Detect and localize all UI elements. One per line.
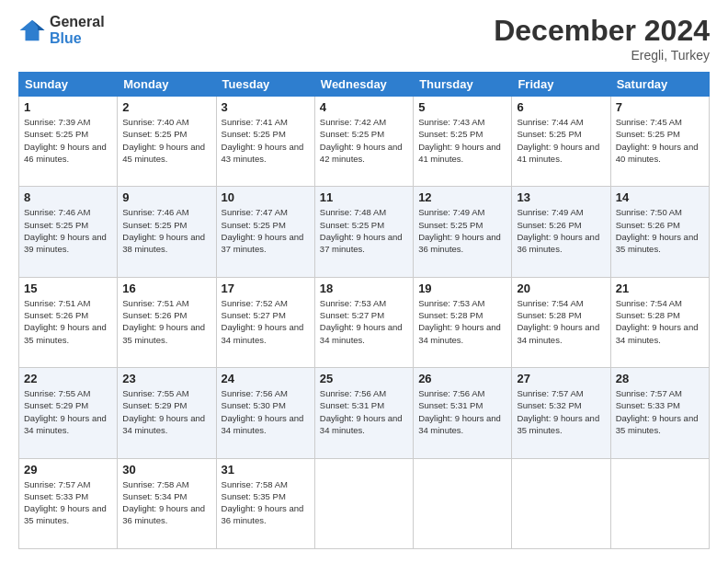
day-info: Sunrise: 7:53 AM Sunset: 5:28 PM Dayligh…: [418, 297, 506, 346]
table-row: 10 Sunrise: 7:47 AM Sunset: 5:25 PM Dayl…: [216, 187, 314, 277]
day-number: 22: [24, 372, 112, 385]
day-info: Sunrise: 7:49 AM Sunset: 5:26 PM Dayligh…: [517, 206, 605, 255]
table-row: 25 Sunrise: 7:56 AM Sunset: 5:31 PM Dayl…: [314, 368, 413, 458]
day-number: 20: [517, 282, 605, 295]
table-row: 11 Sunrise: 7:48 AM Sunset: 5:25 PM Dayl…: [314, 187, 413, 277]
table-row: 22 Sunrise: 7:55 AM Sunset: 5:29 PM Dayl…: [19, 368, 118, 458]
table-row: 4 Sunrise: 7:42 AM Sunset: 5:25 PM Dayli…: [314, 97, 413, 187]
table-row: 17 Sunrise: 7:52 AM Sunset: 5:27 PM Dayl…: [216, 277, 314, 367]
day-info: Sunrise: 7:51 AM Sunset: 5:26 PM Dayligh…: [122, 297, 210, 346]
table-row: 9 Sunrise: 7:46 AM Sunset: 5:25 PM Dayli…: [118, 187, 216, 277]
day-number: 25: [320, 372, 408, 385]
table-row: 2 Sunrise: 7:40 AM Sunset: 5:25 PM Dayli…: [118, 97, 216, 187]
table-row: 18 Sunrise: 7:53 AM Sunset: 5:27 PM Dayl…: [314, 277, 413, 367]
day-info: Sunrise: 7:56 AM Sunset: 5:31 PM Dayligh…: [418, 387, 506, 436]
col-saturday: Saturday: [610, 73, 709, 97]
day-info: Sunrise: 7:39 AM Sunset: 5:25 PM Dayligh…: [24, 116, 112, 165]
table-row: 13 Sunrise: 7:49 AM Sunset: 5:26 PM Dayl…: [512, 187, 610, 277]
col-wednesday: Wednesday: [314, 73, 413, 97]
table-row: 15 Sunrise: 7:51 AM Sunset: 5:26 PM Dayl…: [19, 277, 118, 367]
table-row: 31 Sunrise: 7:58 AM Sunset: 5:35 PM Dayl…: [216, 458, 314, 548]
table-row: 1 Sunrise: 7:39 AM Sunset: 5:25 PM Dayli…: [19, 97, 118, 187]
day-number: 6: [517, 100, 605, 114]
day-info: Sunrise: 7:57 AM Sunset: 5:32 PM Dayligh…: [517, 387, 605, 436]
day-info: Sunrise: 7:56 AM Sunset: 5:30 PM Dayligh…: [222, 387, 310, 436]
header-row: Sunday Monday Tuesday Wednesday Thursday…: [19, 73, 710, 97]
table-row: 26 Sunrise: 7:56 AM Sunset: 5:31 PM Dayl…: [414, 368, 512, 458]
day-number: 31: [222, 463, 310, 477]
table-row: 6 Sunrise: 7:44 AM Sunset: 5:25 PM Dayli…: [512, 97, 610, 187]
table-row: 8 Sunrise: 7:46 AM Sunset: 5:25 PM Dayli…: [19, 187, 118, 277]
day-number: 10: [222, 190, 310, 204]
day-number: 8: [24, 190, 112, 204]
table-row: [414, 458, 512, 548]
day-info: Sunrise: 7:46 AM Sunset: 5:25 PM Dayligh…: [122, 206, 210, 255]
week-row-1: 1 Sunrise: 7:39 AM Sunset: 5:25 PM Dayli…: [19, 97, 710, 187]
day-number: 4: [320, 100, 408, 114]
day-number: 21: [616, 282, 704, 295]
table-row: 12 Sunrise: 7:49 AM Sunset: 5:25 PM Dayl…: [414, 187, 512, 277]
table-row: 27 Sunrise: 7:57 AM Sunset: 5:32 PM Dayl…: [512, 368, 610, 458]
table-row: 20 Sunrise: 7:54 AM Sunset: 5:28 PM Dayl…: [512, 277, 610, 367]
day-number: 11: [320, 190, 408, 204]
day-number: 28: [616, 372, 704, 385]
day-number: 7: [616, 100, 704, 114]
day-number: 14: [616, 190, 704, 204]
day-number: 30: [122, 463, 210, 477]
day-info: Sunrise: 7:57 AM Sunset: 5:33 PM Dayligh…: [24, 478, 112, 527]
day-number: 5: [418, 100, 506, 114]
day-number: 24: [222, 372, 310, 385]
day-info: Sunrise: 7:53 AM Sunset: 5:27 PM Dayligh…: [320, 297, 408, 346]
table-row: 24 Sunrise: 7:56 AM Sunset: 5:30 PM Dayl…: [216, 368, 314, 458]
logo-general: General: [50, 14, 105, 30]
table-row: 19 Sunrise: 7:53 AM Sunset: 5:28 PM Dayl…: [414, 277, 512, 367]
day-number: 12: [418, 190, 506, 204]
col-tuesday: Tuesday: [216, 73, 314, 97]
table-row: [314, 458, 413, 548]
day-info: Sunrise: 7:44 AM Sunset: 5:25 PM Dayligh…: [517, 116, 605, 165]
table-row: [610, 458, 709, 548]
logo-blue: Blue: [50, 30, 105, 47]
table-row: 30 Sunrise: 7:58 AM Sunset: 5:34 PM Dayl…: [118, 458, 216, 548]
day-info: Sunrise: 7:47 AM Sunset: 5:25 PM Dayligh…: [222, 206, 310, 255]
day-number: 16: [122, 282, 210, 295]
day-info: Sunrise: 7:49 AM Sunset: 5:25 PM Dayligh…: [418, 206, 506, 255]
table-row: 16 Sunrise: 7:51 AM Sunset: 5:26 PM Dayl…: [118, 277, 216, 367]
day-info: Sunrise: 7:46 AM Sunset: 5:25 PM Dayligh…: [24, 206, 112, 255]
calendar-table: Sunday Monday Tuesday Wednesday Thursday…: [18, 72, 710, 549]
day-number: 19: [418, 282, 506, 295]
day-number: 13: [517, 190, 605, 204]
day-number: 27: [517, 372, 605, 385]
col-monday: Monday: [118, 73, 216, 97]
day-info: Sunrise: 7:58 AM Sunset: 5:34 PM Dayligh…: [122, 478, 210, 527]
day-info: Sunrise: 7:57 AM Sunset: 5:33 PM Dayligh…: [616, 387, 704, 436]
day-number: 3: [222, 100, 310, 114]
day-info: Sunrise: 7:41 AM Sunset: 5:25 PM Dayligh…: [222, 116, 310, 165]
day-info: Sunrise: 7:43 AM Sunset: 5:25 PM Dayligh…: [418, 116, 506, 165]
day-info: Sunrise: 7:54 AM Sunset: 5:28 PM Dayligh…: [616, 297, 704, 346]
day-info: Sunrise: 7:58 AM Sunset: 5:35 PM Dayligh…: [222, 478, 310, 527]
day-info: Sunrise: 7:55 AM Sunset: 5:29 PM Dayligh…: [122, 387, 210, 436]
day-info: Sunrise: 7:40 AM Sunset: 5:25 PM Dayligh…: [122, 116, 210, 165]
logo: General Blue: [18, 14, 105, 46]
table-row: 21 Sunrise: 7:54 AM Sunset: 5:28 PM Dayl…: [610, 277, 709, 367]
table-row: 3 Sunrise: 7:41 AM Sunset: 5:25 PM Dayli…: [216, 97, 314, 187]
day-number: 18: [320, 282, 408, 295]
day-number: 29: [24, 463, 112, 477]
month-title: December 2024: [494, 14, 710, 48]
week-row-4: 22 Sunrise: 7:55 AM Sunset: 5:29 PM Dayl…: [19, 368, 710, 458]
day-number: 26: [418, 372, 506, 385]
day-info: Sunrise: 7:42 AM Sunset: 5:25 PM Dayligh…: [320, 116, 408, 165]
day-number: 2: [122, 100, 210, 114]
title-area: December 2024 Eregli, Turkey: [494, 14, 710, 63]
page: General Blue December 2024 Eregli, Turke…: [0, 0, 728, 563]
day-info: Sunrise: 7:51 AM Sunset: 5:26 PM Dayligh…: [24, 297, 112, 346]
table-row: 14 Sunrise: 7:50 AM Sunset: 5:26 PM Dayl…: [610, 187, 709, 277]
table-row: 7 Sunrise: 7:45 AM Sunset: 5:25 PM Dayli…: [610, 97, 709, 187]
day-info: Sunrise: 7:45 AM Sunset: 5:25 PM Dayligh…: [616, 116, 704, 165]
week-row-3: 15 Sunrise: 7:51 AM Sunset: 5:26 PM Dayl…: [19, 277, 710, 367]
day-info: Sunrise: 7:52 AM Sunset: 5:27 PM Dayligh…: [222, 297, 310, 346]
table-row: 29 Sunrise: 7:57 AM Sunset: 5:33 PM Dayl…: [19, 458, 118, 548]
col-sunday: Sunday: [19, 73, 118, 97]
day-number: 9: [122, 190, 210, 204]
